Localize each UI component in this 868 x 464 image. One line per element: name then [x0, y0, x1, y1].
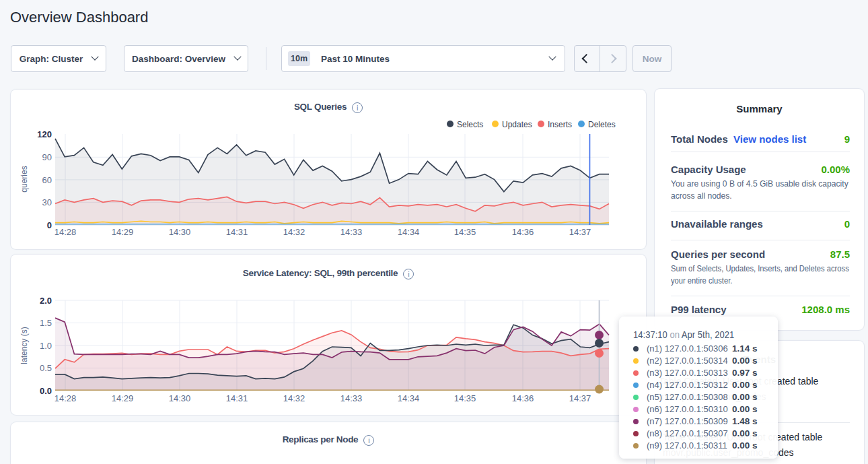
svg-text:14:34: 14:34	[398, 227, 420, 237]
svg-text:14:31: 14:31	[226, 393, 248, 403]
svg-text:1.0: 1.0	[40, 341, 52, 351]
svg-text:0.5: 0.5	[40, 363, 52, 373]
svg-text:latency (s): latency (s)	[20, 327, 29, 364]
svg-text:14:30: 14:30	[169, 227, 191, 237]
svg-text:14:37: 14:37	[569, 227, 591, 237]
svg-text:14:33: 14:33	[340, 393, 363, 403]
svg-text:Selects: Selects	[457, 120, 483, 129]
svg-text:14:28: 14:28	[55, 393, 77, 403]
svg-text:Inserts: Inserts	[548, 120, 572, 129]
svg-text:14:29: 14:29	[112, 393, 134, 403]
svg-text:30: 30	[42, 197, 52, 207]
svg-text:0: 0	[47, 220, 52, 230]
svg-text:14:37: 14:37	[569, 393, 591, 403]
svg-text:queries: queries	[20, 166, 29, 192]
svg-text:14:33: 14:33	[340, 227, 363, 237]
svg-text:14:34: 14:34	[398, 393, 420, 403]
svg-text:14:29: 14:29	[112, 227, 134, 237]
svg-text:14:35: 14:35	[454, 393, 476, 403]
svg-text:14:30: 14:30	[169, 393, 191, 403]
svg-text:14:35: 14:35	[454, 227, 476, 237]
svg-text:Deletes: Deletes	[588, 120, 616, 129]
svg-text:120: 120	[37, 129, 52, 139]
svg-text:14:31: 14:31	[226, 227, 248, 237]
svg-text:Updates: Updates	[502, 120, 532, 129]
svg-text:60: 60	[42, 175, 52, 185]
svg-text:1.5: 1.5	[40, 318, 52, 328]
svg-text:90: 90	[42, 152, 52, 162]
svg-text:14:28: 14:28	[55, 227, 77, 237]
svg-text:0.0: 0.0	[40, 386, 52, 396]
svg-text:14:32: 14:32	[283, 227, 305, 237]
svg-text:14:32: 14:32	[283, 393, 305, 403]
svg-text:14:36: 14:36	[512, 393, 534, 403]
svg-text:2.0: 2.0	[40, 296, 52, 306]
svg-text:14:36: 14:36	[512, 227, 534, 237]
